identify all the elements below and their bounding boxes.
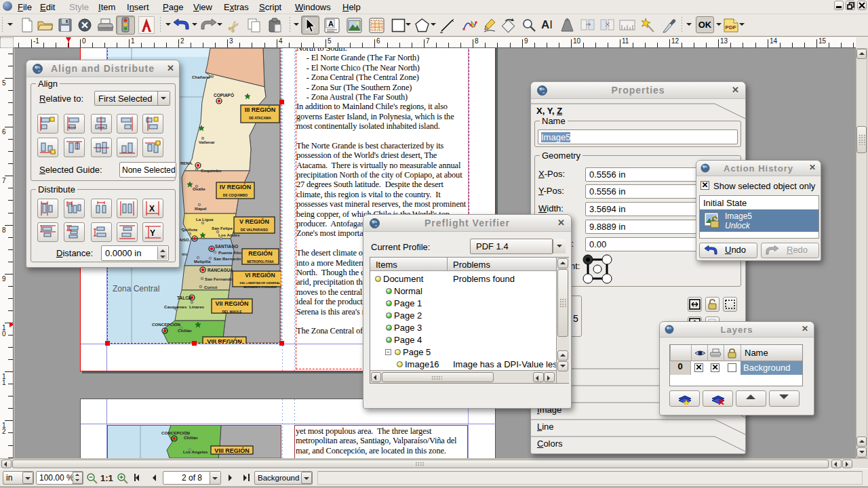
svg-text:A: A [328, 20, 334, 28]
svg-text:X: X [149, 204, 155, 214]
svg-text:Y: Y [150, 228, 155, 238]
svg-text:PDF: PDF [726, 24, 736, 30]
